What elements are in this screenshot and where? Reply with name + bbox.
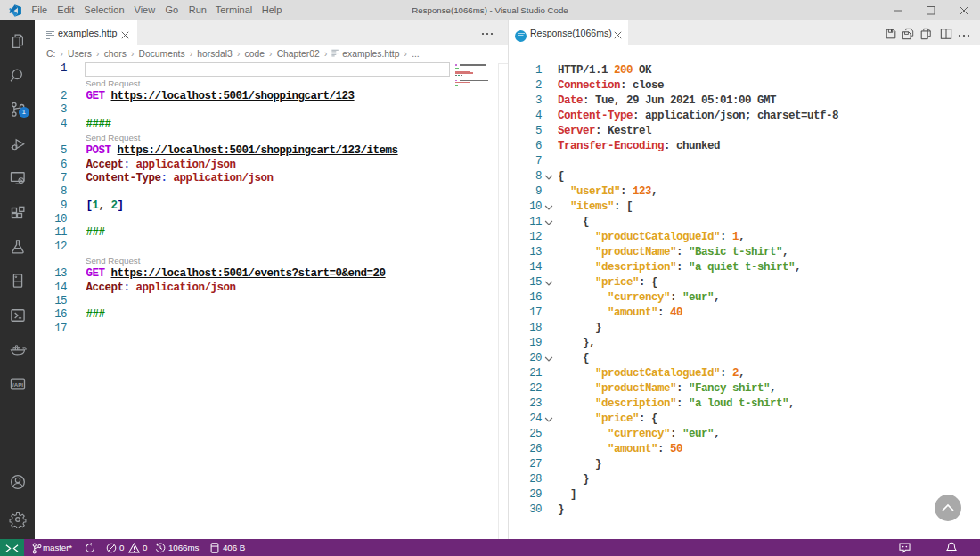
svg-text:/API: /API xyxy=(12,381,22,388)
